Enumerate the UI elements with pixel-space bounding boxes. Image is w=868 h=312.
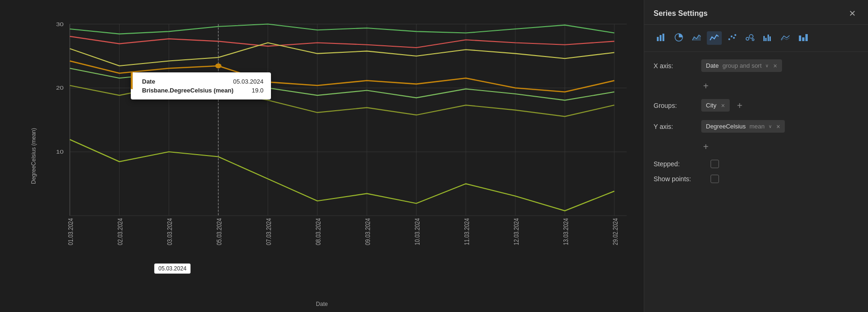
yaxis-chevron-icon: ∨ bbox=[768, 124, 772, 129]
svg-text:03.03.2024: 03.03.2024 bbox=[166, 218, 174, 245]
yaxis-tag-secondary: mean bbox=[749, 123, 765, 130]
svg-text:09.03.2024: 09.03.2024 bbox=[364, 218, 372, 245]
svg-point-42 bbox=[734, 34, 736, 36]
xaxis-add-button[interactable]: + bbox=[701, 80, 711, 92]
yaxis-row: Y axis: DegreeCelsius mean ∨ × bbox=[654, 120, 859, 133]
svg-text:12.03.2024: 12.03.2024 bbox=[512, 218, 520, 245]
svg-point-41 bbox=[733, 37, 735, 39]
yaxis-remove-button[interactable]: × bbox=[776, 123, 780, 130]
chart-svg: .grid-line { stroke: #444; stroke-width:… bbox=[33, 9, 639, 275]
chart-type-bar bbox=[644, 25, 868, 52]
tooltip-label-2: Brisbane.DegreeCelsius (mean) bbox=[142, 87, 234, 94]
settings-panel: Series Settings ✕ bbox=[644, 0, 868, 312]
svg-point-40 bbox=[731, 35, 733, 37]
svg-rect-50 bbox=[799, 35, 801, 41]
settings-close-button[interactable]: ✕ bbox=[846, 8, 859, 19]
svg-rect-48 bbox=[768, 35, 769, 41]
svg-rect-49 bbox=[769, 36, 771, 41]
yaxis-label: Y axis: bbox=[654, 123, 696, 130]
groups-label: Groups: bbox=[654, 102, 696, 109]
stepped-row: Stepped: bbox=[654, 160, 859, 168]
chart-type-area-multi-button[interactable] bbox=[778, 31, 793, 45]
chart-tooltip: Date 05.03.2024 Brisbane.DegreeCelsius (… bbox=[131, 72, 271, 99]
svg-rect-34 bbox=[657, 37, 659, 41]
groups-remove-button[interactable]: × bbox=[721, 102, 725, 109]
svg-text:11.03.2024: 11.03.2024 bbox=[462, 218, 470, 245]
chart-type-line-button[interactable] bbox=[707, 31, 722, 45]
chart-type-column-button[interactable] bbox=[796, 31, 811, 45]
chart-type-area-button[interactable] bbox=[689, 31, 704, 45]
svg-text:29.02.2024: 29.02.2024 bbox=[611, 218, 619, 245]
svg-text:05.03.2024: 05.03.2024 bbox=[215, 218, 223, 245]
chart-type-bar-button[interactable] bbox=[654, 31, 669, 45]
svg-point-39 bbox=[728, 38, 730, 40]
svg-rect-47 bbox=[765, 38, 767, 41]
date-highlight-label: 05.03.2024 bbox=[154, 263, 191, 274]
yaxis-add-button[interactable]: + bbox=[701, 141, 711, 152]
yaxis-add-row: + bbox=[701, 141, 859, 152]
chart-type-bubble-button[interactable] bbox=[742, 31, 757, 45]
chart-type-grouped-bar-button[interactable] bbox=[760, 31, 775, 45]
settings-body: X axis: Date group and sort ∨ × + Groups… bbox=[644, 52, 868, 312]
tooltip-value-2: 19.0 bbox=[252, 87, 263, 94]
xaxis-tag-secondary: group and sort bbox=[722, 62, 761, 69]
xaxis-chevron-icon: ∨ bbox=[765, 63, 768, 68]
chart-type-scatter-button[interactable] bbox=[725, 31, 740, 45]
svg-text:10: 10 bbox=[56, 149, 64, 155]
stepped-label: Stepped: bbox=[654, 160, 705, 168]
svg-point-45 bbox=[752, 39, 754, 41]
xaxis-tag-main: Date bbox=[706, 62, 719, 69]
yaxis-tag: DegreeCelsius mean ∨ × bbox=[701, 120, 785, 133]
svg-rect-46 bbox=[763, 36, 765, 41]
stepped-checkbox[interactable] bbox=[711, 160, 719, 168]
show-points-row: Show points: bbox=[654, 175, 859, 183]
svg-text:10.03.2024: 10.03.2024 bbox=[413, 218, 421, 245]
groups-tag-main: City bbox=[706, 102, 716, 109]
svg-rect-35 bbox=[660, 35, 662, 41]
xaxis-add-row: + bbox=[701, 80, 859, 92]
show-points-label: Show points: bbox=[654, 175, 705, 183]
x-axis-label: Date bbox=[316, 301, 327, 307]
settings-title: Series Settings bbox=[654, 9, 708, 18]
groups-row: Groups: City × + bbox=[654, 99, 859, 112]
svg-rect-51 bbox=[802, 37, 804, 41]
chart-type-pie-button[interactable] bbox=[671, 31, 686, 45]
y-axis-label: DegreeCelsius (mean) bbox=[30, 128, 37, 184]
groups-add-button[interactable]: + bbox=[735, 100, 745, 111]
tooltip-label-1: Date bbox=[142, 78, 155, 85]
svg-text:02.03.2024: 02.03.2024 bbox=[116, 218, 124, 245]
show-points-checkbox[interactable] bbox=[711, 175, 719, 183]
svg-text:01.03.2024: 01.03.2024 bbox=[67, 218, 75, 245]
xaxis-remove-button[interactable]: × bbox=[773, 63, 777, 69]
xaxis-tag: Date group and sort ∨ × bbox=[701, 59, 782, 72]
svg-text:13.03.2024: 13.03.2024 bbox=[562, 218, 569, 245]
svg-rect-36 bbox=[662, 34, 664, 41]
svg-point-44 bbox=[749, 35, 753, 38]
xaxis-label: X axis: bbox=[654, 62, 696, 70]
groups-tag: City × bbox=[701, 99, 730, 112]
yaxis-tag-main: DegreeCelsius bbox=[706, 123, 746, 130]
svg-text:07.03.2024: 07.03.2024 bbox=[265, 218, 273, 245]
xaxis-row: X axis: Date group and sort ∨ × bbox=[654, 59, 859, 72]
svg-point-33 bbox=[215, 64, 221, 69]
svg-rect-52 bbox=[805, 34, 808, 41]
chart-area: DegreeCelsius (mean) Date .grid-line { s… bbox=[0, 0, 644, 312]
svg-text:30: 30 bbox=[56, 21, 64, 27]
svg-text:20: 20 bbox=[56, 85, 64, 91]
tooltip-value-1: 05.03.2024 bbox=[233, 78, 263, 85]
settings-header: Series Settings ✕ bbox=[644, 0, 868, 25]
svg-text:08.03.2024: 08.03.2024 bbox=[314, 218, 322, 245]
svg-point-43 bbox=[746, 37, 749, 40]
